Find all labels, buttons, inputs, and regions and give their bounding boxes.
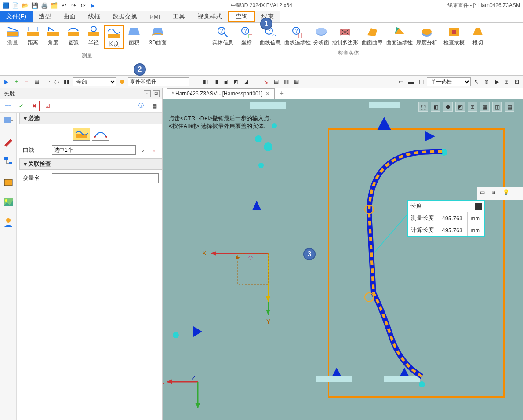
section-check[interactable]: ▼ 关联检查 xyxy=(19,158,162,170)
btn-surfcurv[interactable]: 曲面曲率 xyxy=(359,25,386,47)
rs1-icon[interactable]: ▭ xyxy=(480,189,489,198)
tb-n[interactable]: ⊕ xyxy=(482,77,491,86)
vi-box-icon[interactable] xyxy=(3,176,14,187)
panel-close-icon[interactable]: ⊠ xyxy=(153,90,160,97)
print-icon[interactable]: 🖨️ xyxy=(40,1,48,9)
tab-add-icon[interactable]: ＋ xyxy=(278,89,285,98)
new-icon[interactable]: 📄 xyxy=(11,1,19,9)
wave-icon[interactable]: 〰 xyxy=(3,101,13,111)
cancel-icon[interactable]: ✖ xyxy=(29,101,40,111)
minus-icon[interactable]: − xyxy=(22,77,31,86)
btn-3dsurf[interactable]: 3D曲面 xyxy=(144,25,171,49)
open-icon[interactable]: 📂 xyxy=(21,1,29,9)
section-required[interactable]: ▼ 必选 xyxy=(19,113,162,124)
curve-pick-icon[interactable]: ⭳ xyxy=(150,146,159,154)
cursor-icon[interactable]: ▶ xyxy=(2,77,11,86)
vi-pic-icon[interactable] xyxy=(3,196,14,208)
btn-area[interactable]: 面积 xyxy=(124,25,144,49)
btn-coord[interactable]: ?坐标 xyxy=(236,25,257,47)
tb-g[interactable]: ▤ xyxy=(272,77,280,86)
measurement-popup[interactable]: 长度 测量长度495.763mm 计算长度495.763mm xyxy=(407,200,485,237)
svg-point-25 xyxy=(316,28,327,35)
parts-combo[interactable]: 零件和组件 xyxy=(128,77,189,86)
svg-marker-67 xyxy=(211,251,216,256)
tb-k[interactable]: ▬ xyxy=(407,77,415,86)
tb-d[interactable]: ◩ xyxy=(231,77,240,86)
tb-f[interactable]: ↘ xyxy=(262,77,270,86)
tb-q[interactable]: ⊡ xyxy=(512,77,521,86)
saveall-icon[interactable]: 🗂️ xyxy=(50,1,58,9)
panel-tools: 〰 ✔ ✖ ☑ ⓘ ▤ xyxy=(0,99,162,113)
btn-length[interactable]: 长度 xyxy=(104,25,124,49)
plus-icon[interactable]: ＋ xyxy=(12,77,21,86)
tab-exchange[interactable]: 数据交换 xyxy=(106,11,143,22)
tb-c[interactable]: ▣ xyxy=(221,77,230,86)
app-icon[interactable]: 🟦 xyxy=(2,1,10,9)
tab-file[interactable]: 文件(F) xyxy=(0,11,33,22)
btn-angle[interactable]: 角度 xyxy=(43,25,63,49)
tab-query[interactable]: 查询 xyxy=(228,11,255,22)
tb-a[interactable]: ◧ xyxy=(201,77,210,86)
apply-icon[interactable]: ☑ xyxy=(42,101,53,111)
panel-min-icon[interactable]: ▫ xyxy=(144,90,151,97)
info-icon[interactable]: ⓘ xyxy=(136,101,146,111)
tab-tools[interactable]: 工具 xyxy=(167,11,191,22)
btn-ctrlpoly[interactable]: 控制多边形 xyxy=(331,25,359,47)
tb-h[interactable]: ▥ xyxy=(282,77,291,86)
tb-l[interactable]: ◫ xyxy=(417,77,425,86)
mode-curve-icon[interactable] xyxy=(73,128,90,141)
tb-p[interactable]: ⊞ xyxy=(502,77,511,86)
btn-surfcont[interactable]: 曲面连续性 xyxy=(386,25,413,47)
tab-shape[interactable]: 造型 xyxy=(33,11,57,22)
save-icon[interactable]: 💾 xyxy=(31,1,39,9)
tb-j[interactable]: ▭ xyxy=(396,77,405,86)
redo-icon[interactable]: ↷ xyxy=(69,1,77,9)
selmode-select[interactable]: 单一选择 xyxy=(427,77,471,86)
viewport[interactable]: ⬚ ◧ ⬢ ◩ ⊞ ▦ ◫ ▤ 点击<CTRL-Del>撤销最后一步的输入点. … xyxy=(163,99,523,420)
tab-close-icon[interactable]: ✕ xyxy=(265,91,270,97)
tb-e[interactable]: ◪ xyxy=(241,77,250,86)
dashed-circle-icon[interactable]: ◌ xyxy=(52,77,61,86)
tab-visual[interactable]: 视觉样式 xyxy=(191,11,228,22)
refresh-icon[interactable]: ⟳ xyxy=(79,1,87,9)
svg-marker-61 xyxy=(425,131,435,142)
tb-m[interactable]: ↖ xyxy=(472,77,481,86)
play-icon[interactable]: ▶ xyxy=(89,1,97,9)
tab-wireframe[interactable]: 线框 xyxy=(82,11,106,22)
tb-i[interactable]: ▦ xyxy=(292,77,301,86)
btn-thickness[interactable]: 厚度分析 xyxy=(413,25,440,47)
tab-pmi[interactable]: PMI xyxy=(143,11,167,22)
tb-b[interactable]: ◨ xyxy=(211,77,220,86)
dots-icon[interactable]: ⋮⋮ xyxy=(42,77,51,86)
tb-o[interactable]: ▶ xyxy=(492,77,501,86)
rs2-icon[interactable]: ≋ xyxy=(491,189,500,198)
vi-user-icon[interactable] xyxy=(3,216,14,228)
btn-curvecont[interactable]: ?曲线连续性 xyxy=(284,25,311,47)
btn-distance[interactable]: 距离 xyxy=(23,25,43,49)
bars-icon[interactable]: ▮▮ xyxy=(62,77,71,86)
vi-cube1-icon[interactable] xyxy=(3,115,14,127)
vi-pen-icon[interactable] xyxy=(3,135,14,147)
rs3-icon[interactable]: 💡 xyxy=(503,189,512,198)
btn-arc[interactable]: 圆弧 xyxy=(63,25,84,49)
btn-faceanalyze[interactable]: 分析面 xyxy=(311,25,331,47)
grid-icon[interactable]: ▦ xyxy=(32,77,41,86)
curve-dropdown-icon[interactable]: ⌄ xyxy=(138,146,147,154)
btn-draft[interactable]: 检查拔模 xyxy=(440,25,468,47)
doc-tab-active[interactable]: * Harn0426.Z3ASM - [Harnesspart001]✕ xyxy=(167,88,275,99)
btn-entityinfo[interactable]: ?实体信息 xyxy=(209,25,236,47)
btn-undercut[interactable]: 根切 xyxy=(468,25,488,47)
filter-all-select[interactable]: 全部 xyxy=(73,77,116,86)
vi-tree-icon[interactable] xyxy=(3,156,14,167)
mode-arc-icon[interactable] xyxy=(92,128,109,141)
var-input[interactable] xyxy=(52,173,159,183)
undo-icon[interactable]: ↶ xyxy=(60,1,68,9)
cube-icon[interactable]: ⬢ xyxy=(118,77,127,86)
options-icon[interactable]: ▤ xyxy=(149,101,160,111)
tab-surface[interactable]: 曲面 xyxy=(57,11,82,22)
curve-input[interactable] xyxy=(52,145,136,155)
btn-radius[interactable]: 半径 xyxy=(84,25,104,49)
btn-measure[interactable]: 测量 xyxy=(3,25,23,49)
ok-icon[interactable]: ✔ xyxy=(16,101,26,111)
meas-collapse-icon[interactable] xyxy=(475,203,482,210)
